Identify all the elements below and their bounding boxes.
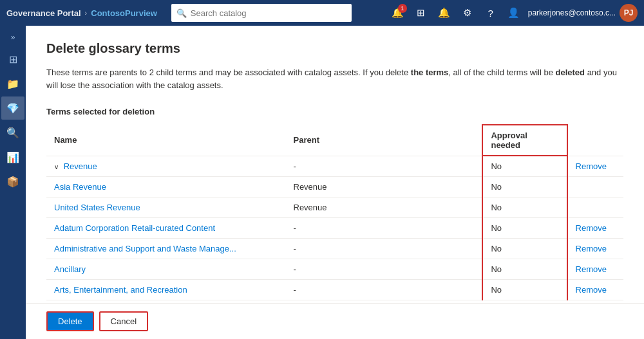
- remove-link[interactable]: Remove: [576, 223, 607, 233]
- content-area: Delete glossary terms These terms are pa…: [26, 26, 644, 339]
- term-link-ancillary[interactable]: Ancillary: [54, 264, 86, 274]
- section-label: Terms selected for deletion: [46, 107, 623, 116]
- table-row: Arts, Entertainment, and Recreation - No…: [46, 280, 623, 300]
- description-part2: , all of the child terms will be: [448, 68, 555, 77]
- nav-icons: 🔔 1 ⊞ 🔔 ⚙ ? 👤 parkerjones@contoso.c... P…: [389, 4, 638, 22]
- table-row: Asia Revenue Revenue No: [46, 177, 623, 197]
- row-name: Arts, Entertainment, and Recreation: [46, 280, 286, 300]
- row-parent: -: [286, 280, 483, 300]
- remove-link[interactable]: Remove: [576, 161, 607, 171]
- table-row: Adatum Corporation Retail-curated Conten…: [46, 218, 623, 239]
- terms-table: Name Parent Approval needed ∨ Revenue - …: [46, 124, 623, 300]
- cancel-button[interactable]: Cancel: [99, 311, 148, 331]
- row-approval: No: [482, 259, 567, 280]
- term-link-arts[interactable]: Arts, Entertainment, and Recreation: [54, 285, 187, 295]
- remove-link[interactable]: Remove: [576, 264, 607, 274]
- row-name: Adatum Corporation Retail-curated Conten…: [46, 218, 286, 239]
- row-parent: -: [286, 239, 483, 259]
- table-row: ∨ Revenue - No Remove: [46, 156, 623, 177]
- row-action: Remove: [567, 218, 623, 239]
- sidebar-item-datacatalog[interactable]: 📦: [1, 170, 24, 193]
- portal-name: Governance Portal: [6, 8, 81, 18]
- help-icon-button[interactable]: ?: [482, 4, 500, 22]
- search-input[interactable]: [191, 8, 346, 18]
- sidebar-item-search[interactable]: 🔍: [1, 121, 24, 144]
- brand: Governance Portal › ContosoPurview: [6, 8, 157, 18]
- row-parent: Revenue: [286, 177, 483, 197]
- col-header-parent: Parent: [286, 125, 483, 156]
- settings-icon-button[interactable]: ⚙: [459, 4, 477, 22]
- sidebar-expand-button[interactable]: »: [1, 28, 24, 46]
- alert-icon-button[interactable]: 🔔: [435, 4, 453, 22]
- footer: Delete Cancel: [26, 303, 644, 339]
- col-header-approval: Approval needed: [482, 125, 567, 156]
- row-action: Remove: [567, 239, 623, 259]
- term-link-adatum[interactable]: Adatum Corporation Retail-curated Conten…: [54, 223, 215, 233]
- row-name: United States Revenue: [46, 197, 286, 218]
- row-parent: -: [286, 156, 483, 177]
- row-name: Administrative and Support and Waste Man…: [46, 239, 286, 259]
- table-row: United States Revenue Revenue No: [46, 197, 623, 218]
- term-link-asia-revenue[interactable]: Asia Revenue: [54, 182, 106, 192]
- page-title: Delete glossary terms: [46, 41, 623, 56]
- row-name: Ancillary: [46, 259, 286, 280]
- row-approval: No: [482, 197, 567, 218]
- row-approval: No: [482, 177, 567, 197]
- top-navigation: Governance Portal › ContosoPurview 🔍 🔔 1…: [0, 0, 644, 26]
- sidebar-item-insights[interactable]: 📊: [1, 145, 24, 169]
- sidebar-item-browse[interactable]: 📁: [1, 72, 24, 95]
- purview-name: ContosoPurview: [91, 8, 157, 18]
- sidebar: » ⊞ 📁 💎 🔍 📊 📦: [0, 26, 26, 339]
- row-action: Remove: [567, 156, 623, 177]
- user-email: parkerjones@contoso.c...: [528, 8, 616, 17]
- row-approval: No: [482, 280, 567, 300]
- table-row: Administrative and Support and Waste Man…: [46, 239, 623, 259]
- notification-badge: 1: [398, 4, 407, 13]
- sidebar-item-glossary[interactable]: 💎: [1, 96, 24, 120]
- term-link-administrative[interactable]: Administrative and Support and Waste Man…: [54, 244, 236, 253]
- row-parent: -: [286, 218, 483, 239]
- row-action: Remove: [567, 259, 623, 280]
- row-approval: No: [482, 156, 567, 177]
- row-action: [567, 197, 623, 218]
- description: These terms are parents to 2 child terms…: [46, 66, 623, 91]
- col-header-action: [567, 125, 623, 156]
- brand-chevron: ›: [85, 9, 88, 17]
- row-name: ∨ Revenue: [46, 156, 286, 177]
- remove-link[interactable]: Remove: [576, 244, 607, 253]
- avatar: PJ: [620, 4, 638, 22]
- main-layout: » ⊞ 📁 💎 🔍 📊 📦 Delete glossary terms Thes…: [0, 26, 644, 339]
- profile-icon-button[interactable]: 👤: [505, 4, 523, 22]
- user-info[interactable]: parkerjones@contoso.c... PJ: [528, 4, 638, 22]
- row-action: Remove: [567, 280, 623, 300]
- row-action: [567, 177, 623, 197]
- row-parent: -: [286, 259, 483, 280]
- description-bold1: the terms: [411, 68, 449, 77]
- term-link-us-revenue[interactable]: United States Revenue: [54, 203, 140, 212]
- col-header-name: Name: [46, 125, 286, 156]
- notifications-button[interactable]: 🔔 1: [389, 4, 407, 22]
- row-approval: No: [482, 218, 567, 239]
- chevron-down-icon: ∨: [54, 163, 59, 170]
- row-parent: Revenue: [286, 197, 483, 218]
- remove-link[interactable]: Remove: [576, 285, 607, 295]
- description-part1: These terms are parents to 2 child terms…: [46, 68, 411, 77]
- catalog-icon-button[interactable]: ⊞: [412, 4, 430, 22]
- row-approval: No: [482, 239, 567, 259]
- term-link-revenue[interactable]: Revenue: [64, 161, 97, 171]
- table-row: Ancillary - No Remove: [46, 259, 623, 280]
- search-icon: 🔍: [176, 8, 187, 18]
- row-name: Asia Revenue: [46, 177, 286, 197]
- sidebar-item-home[interactable]: ⊞: [1, 48, 24, 71]
- search-box[interactable]: 🔍: [171, 4, 352, 22]
- delete-button[interactable]: Delete: [46, 311, 94, 331]
- description-bold2: deleted: [556, 68, 585, 77]
